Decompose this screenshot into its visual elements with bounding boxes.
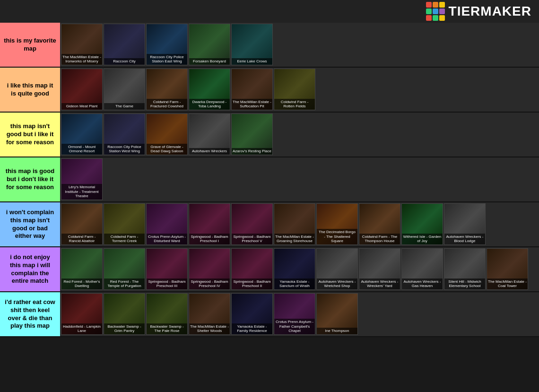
map-card-label: Ine Thompson	[317, 328, 357, 334]
map-card[interactable]: The Decimated Borgo - The Shattered Squa…	[316, 203, 358, 245]
map-card-label: Autohaven Wreckers - Wreckers' Yard	[359, 279, 400, 289]
tier-label-tier-e: i do not enjoy this map i will complain …	[0, 247, 60, 291]
map-card-label: Springwood - Badham Preschool V	[232, 234, 272, 244]
map-card-label: Coldwind Farm - Rancid Abattoir	[61, 234, 102, 244]
map-card[interactable]: Ine Thompson	[316, 293, 358, 335]
map-card[interactable]: Backwater Swamp - Grim Pantry	[104, 293, 145, 335]
map-card-label: Springwood - Badham Preschool IV	[189, 279, 230, 289]
map-card[interactable]: Withered Isle - Garden of Joy	[401, 203, 443, 245]
map-card-label: Eerie Lake Crows	[232, 58, 272, 65]
map-card[interactable]: Autohaven Wreckers - Wretched Shop	[316, 248, 358, 290]
map-card[interactable]: Dwarka Deepwood - Toba Landing	[189, 69, 230, 110]
map-card[interactable]: Gideon Meat Plant	[61, 69, 103, 110]
map-card[interactable]: Raccoon City	[104, 24, 145, 65]
tier-row-tier-a: i like this map it is quite goodGideon M…	[0, 68, 539, 113]
map-card-label: Autohaven Wreckers	[189, 148, 230, 155]
map-card[interactable]: Grave of Glenvale - Dead Dawg Saloon	[146, 113, 188, 155]
map-card-label: Autohaven Wreckers - Wretched Shop	[317, 279, 357, 289]
map-card-label: The Game	[104, 103, 145, 110]
tiermaker-app: TIERMAKER this is my favorite mapThe Mac…	[0, 0, 539, 337]
map-card[interactable]: Haddonfield - Lampkin Lane	[61, 293, 103, 335]
tier-row-tier-f: i'd rather eat cow shit then keel over &…	[0, 292, 539, 337]
tier-label-tier-d: i won't complain this map isn't good or …	[0, 202, 60, 246]
map-card[interactable]: Ormond - Mount Ormond Resort	[61, 113, 103, 155]
map-card[interactable]: Springwood - Badham Preschool I	[189, 203, 230, 245]
map-card-label: Withered Isle - Garden of Joy	[402, 234, 443, 244]
map-card-label: Coldwind Farm - Fractured Cowshed	[147, 99, 187, 110]
map-card[interactable]: Coldwind Farm - Rancid Abattoir	[61, 203, 103, 245]
logo-grid	[426, 2, 445, 21]
map-card[interactable]: Autohaven Wreckers - Blood Lodge	[444, 203, 486, 245]
map-card-label: Léry's Memorial Institute - Treatment Th…	[61, 184, 102, 200]
map-card-label: The Decimated Borgo - The Shattered Squa…	[317, 229, 357, 244]
tier-label-tier-a: i like this map it is quite good	[0, 68, 60, 112]
tier-label-tier-s: this is my favorite map	[0, 23, 60, 67]
map-card[interactable]: Raccoon City Police Station East Wing	[146, 24, 188, 65]
map-card[interactable]: The Game	[104, 69, 145, 110]
map-card[interactable]: Springwood - Badham Preschool IV	[189, 248, 230, 290]
map-card[interactable]: Red Forest - The Temple of Purgation	[104, 248, 145, 290]
tier-label-tier-f: i'd rather eat cow shit then keel over &…	[0, 292, 60, 336]
map-card[interactable]: The MacMillan Estate - Groaning Storehou…	[274, 203, 315, 245]
logo-text: TIERMAKER	[449, 4, 531, 19]
map-card-label: Coldwind Farm - The Thompson House	[359, 234, 400, 244]
map-card-label: Grave of Glenvale - Dead Dawg Saloon	[147, 144, 187, 155]
map-card[interactable]: Autohaven Wreckers - Gas Heaven	[401, 248, 443, 290]
map-card[interactable]: Springwood - Badham Preschool V	[231, 203, 273, 245]
map-card[interactable]: Springwood - Badham Preschool III	[146, 248, 188, 290]
tier-items-tier-s: The MacMillan Estate - Ironworks of Mise…	[60, 23, 539, 67]
map-card-label: The MacMillan Estate - Ironworks of Mise…	[61, 54, 102, 65]
map-card[interactable]: Crotus Prenn Asylum - Father Campbell's …	[274, 293, 315, 335]
map-card[interactable]: Coldwind Farm - Rotten Fields	[274, 69, 315, 110]
tier-items-tier-d: Coldwind Farm - Rancid AbattoirColdwind …	[60, 202, 539, 246]
tier-row-tier-s: this is my favorite mapThe MacMillan Est…	[0, 23, 539, 68]
map-card[interactable]: The MacMillan Estate - Suffocation Pit	[231, 69, 273, 110]
map-card[interactable]: Yamaoka Estate - Family Residence	[231, 293, 273, 335]
map-card[interactable]: Autohaven Wreckers	[189, 113, 230, 155]
map-card[interactable]: Yamaoka Estate - Sanctum of Wrath	[274, 248, 315, 290]
map-card[interactable]: Raccoon City Police Station West Wing	[104, 113, 145, 155]
map-card-label: Autohaven Wreckers - Blood Lodge	[444, 234, 485, 244]
map-card-label: Forsaken Boneyard	[189, 58, 230, 65]
map-card[interactable]: Autohaven Wreckers - Wreckers' Yard	[359, 248, 400, 290]
map-card[interactable]: Azarov's Resting Place	[231, 113, 273, 155]
tier-items-tier-b: Ormond - Mount Ormond ResortRaccoon City…	[60, 113, 539, 157]
map-card[interactable]: The MacMillan Estate - Shelter Woods	[189, 293, 230, 335]
tier-items-tier-e: Red Forest - Mother's DwellingRed Forest…	[60, 247, 539, 291]
map-card-label: Springwood - Badham Preschool II	[232, 279, 272, 289]
map-card-label: Dwarka Deepwood - Toba Landing	[189, 99, 230, 110]
tier-row-tier-c: this map is good but i don't like it for…	[0, 157, 539, 202]
map-card-label: Springwood - Badham Preschool I	[189, 234, 230, 244]
map-card-label: Red Forest - Mother's Dwelling	[61, 279, 102, 289]
map-card-label: Azarov's Resting Place	[232, 148, 272, 155]
map-card-label: Silent Hill - Midwich Elementary School	[444, 279, 485, 289]
logo: TIERMAKER	[426, 2, 531, 21]
map-card[interactable]: Red Forest - Mother's Dwelling	[61, 248, 103, 290]
map-card-label: The MacMillan Estate - Shelter Woods	[189, 323, 230, 334]
map-card[interactable]: Forsaken Boneyard	[189, 24, 230, 65]
tier-label-tier-b: this map isn't good but i like it for so…	[0, 113, 60, 157]
map-card[interactable]: Coldwind Farm - Torment Creek	[104, 203, 145, 245]
tier-row-tier-e: i do not enjoy this map i will complain …	[0, 247, 539, 292]
map-card-label: Raccoon City	[104, 58, 145, 65]
map-card[interactable]: The MacMillan Estate - Coal Tower	[487, 248, 528, 290]
map-card[interactable]: Crotus Prenn Asylum - Disturbed Ward	[146, 203, 188, 245]
map-card[interactable]: Léry's Memorial Institute - Treatment Th…	[61, 158, 103, 200]
tier-row-tier-d: i won't complain this map isn't good or …	[0, 202, 539, 247]
map-card[interactable]: The MacMillan Estate - Ironworks of Mise…	[61, 24, 103, 65]
map-card[interactable]: Coldwind Farm - The Thompson House	[359, 203, 400, 245]
header: TIERMAKER	[0, 0, 539, 23]
map-card-label: Ormond - Mount Ormond Resort	[61, 144, 102, 155]
tier-items-tier-c: Léry's Memorial Institute - Treatment Th…	[60, 157, 539, 201]
map-card-label: Coldwind Farm - Rotten Fields	[274, 99, 315, 110]
map-card[interactable]: Backwater Swamp - The Pale Rose	[146, 293, 188, 335]
tier-label-tier-c: this map is good but i don't like it for…	[0, 157, 60, 201]
map-card[interactable]: Coldwind Farm - Fractured Cowshed	[146, 69, 188, 110]
map-card-label: Coldwind Farm - Torment Creek	[104, 234, 145, 244]
map-card-label: Raccoon City Police Station East Wing	[147, 54, 187, 65]
map-card[interactable]: Springwood - Badham Preschool II	[231, 248, 273, 290]
map-card-label: Springwood - Badham Preschool III	[147, 279, 187, 289]
map-card[interactable]: Eerie Lake Crows	[231, 24, 273, 65]
map-card[interactable]: Silent Hill - Midwich Elementary School	[444, 248, 486, 290]
map-card-label: Crotus Prenn Asylum - Disturbed Ward	[147, 234, 187, 244]
